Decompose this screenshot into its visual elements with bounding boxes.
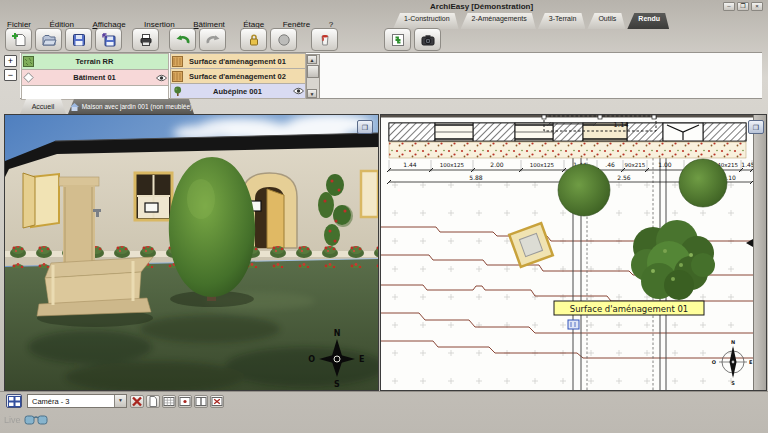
plan-wall[interactable] xyxy=(389,123,746,141)
print-button[interactable] xyxy=(132,28,159,51)
svg-text:1.44: 1.44 xyxy=(403,161,417,168)
render-camera-button[interactable] xyxy=(414,28,441,51)
window-open-left[interactable] xyxy=(23,173,59,228)
svg-text:.10: .10 xyxy=(726,174,736,181)
titlebar: ArchiEasy [Démonstration] – ❐ × xyxy=(0,0,768,13)
layer-label: Bâtiment 01 xyxy=(35,73,154,82)
tree-icon xyxy=(171,86,184,97)
surface-label[interactable]: Surface d'aménagement 01 xyxy=(554,301,704,315)
svg-text:S: S xyxy=(334,380,340,389)
plan-scrollbar[interactable] xyxy=(753,115,766,390)
viewpoint-button[interactable] xyxy=(178,395,192,408)
collapse-button[interactable]: − xyxy=(4,69,17,81)
svg-text:2.56: 2.56 xyxy=(617,174,631,181)
window-center[interactable] xyxy=(135,173,172,220)
maximize-pane-icon[interactable]: ❐ xyxy=(357,120,373,134)
open-button[interactable] xyxy=(35,28,62,51)
save-as-icon xyxy=(101,32,117,48)
viewport-3d[interactable]: N S O E ❐ xyxy=(4,114,379,391)
page-view-button[interactable] xyxy=(146,395,160,408)
svg-text:S: S xyxy=(731,380,735,386)
svg-text:N: N xyxy=(334,329,341,338)
menubar: Fichier Édition Affichage Insertion Bâti… xyxy=(0,13,768,27)
minimize-button[interactable]: – xyxy=(723,2,735,11)
x-box-icon xyxy=(211,396,223,407)
object-row-surface-02[interactable]: Surface d'aménagement 02 xyxy=(170,68,306,84)
maximize-plan-icon[interactable]: ❐ xyxy=(748,120,764,134)
layer-row-batiment[interactable]: Bâtiment 01 xyxy=(21,69,169,86)
window-sign xyxy=(145,203,158,212)
lock-icon xyxy=(246,32,262,48)
toolbar xyxy=(0,27,768,52)
window-right[interactable] xyxy=(361,171,378,217)
print-icon xyxy=(138,32,154,48)
undo-button[interactable] xyxy=(169,28,196,51)
layer-label: Terrain RR xyxy=(35,57,154,66)
split-vertical-button[interactable] xyxy=(194,395,208,408)
close-button[interactable]: × xyxy=(751,2,763,11)
watermark: Live xyxy=(4,414,48,426)
plan-view-button[interactable] xyxy=(384,28,411,51)
ribbon-tabs: 1-Construction 2-Aménagements 3-Terrain … xyxy=(393,13,671,27)
grid-view-button[interactable] xyxy=(162,395,176,408)
scroll-up-icon[interactable]: ▲ xyxy=(307,55,317,64)
visibility-eye-icon[interactable] xyxy=(291,87,305,95)
object-label: Surface d'aménagement 01 xyxy=(184,57,291,66)
save-as-button[interactable] xyxy=(95,28,122,51)
svg-text:E: E xyxy=(359,355,364,364)
open-folder-icon xyxy=(41,32,57,48)
close-view-button[interactable] xyxy=(130,395,144,408)
layers-panel: Terrain RR Bâtiment 01 Surface d'aménage… xyxy=(20,52,762,99)
camera-select[interactable]: Caméra - 3 ▼ xyxy=(27,394,127,408)
lock-button[interactable] xyxy=(240,28,267,51)
record-button[interactable] xyxy=(270,28,297,51)
svg-text:2.00: 2.00 xyxy=(490,161,504,168)
svg-text:5.88: 5.88 xyxy=(469,174,483,181)
close-all-button[interactable] xyxy=(210,395,224,408)
window-title: ArchiEasy [Démonstration] xyxy=(430,2,533,11)
plan-window[interactable] xyxy=(435,123,473,141)
plan-flower-bed[interactable] xyxy=(389,142,746,158)
circle-icon xyxy=(276,32,292,48)
split-vertical-icon xyxy=(195,396,207,407)
camera-icon xyxy=(420,32,436,48)
restore-button[interactable]: ❐ xyxy=(737,2,749,11)
save-button[interactable] xyxy=(65,28,92,51)
house-icon xyxy=(70,103,79,111)
paint-bucket-button[interactable] xyxy=(311,28,338,51)
svg-text:100x125: 100x125 xyxy=(530,162,555,168)
new-document-button[interactable] xyxy=(5,28,32,51)
tab-project[interactable]: Maison avec jardin 001 (non meublée) xyxy=(68,99,194,114)
visibility-eye-icon[interactable] xyxy=(154,74,168,82)
window-split-button[interactable] xyxy=(6,394,22,408)
object-label: Surface d'aménagement 02 xyxy=(184,72,291,81)
scroll-thumb[interactable] xyxy=(307,65,319,78)
svg-text:O: O xyxy=(308,355,315,364)
redo-icon xyxy=(205,32,221,48)
expand-button[interactable]: + xyxy=(4,55,17,67)
object-label: Aubépine 001 xyxy=(184,87,291,96)
plan-tree-2[interactable] xyxy=(679,159,727,207)
redo-button[interactable] xyxy=(199,28,226,51)
chevron-down-icon[interactable]: ▼ xyxy=(114,395,126,407)
camera-select-value: Caméra - 3 xyxy=(28,397,114,406)
surface-icon xyxy=(171,56,184,67)
new-document-icon xyxy=(11,32,27,48)
camera-marker[interactable] xyxy=(568,320,579,329)
objects-scrollbar[interactable]: ▲ ▼ xyxy=(306,54,320,99)
surface-icon xyxy=(171,71,184,82)
selected-dim-value: 1.14 xyxy=(613,121,629,129)
plan-door[interactable] xyxy=(663,123,703,141)
svg-text:90x215: 90x215 xyxy=(625,162,646,168)
viewport-plan[interactable]: 1.14 1.44 100x125 2.00 100x125 1.44 .46 … xyxy=(380,114,767,391)
tab-accueil[interactable]: Accueil xyxy=(20,99,66,114)
bottom-bar: Caméra - 3 ▼ xyxy=(0,391,768,411)
svg-text:100x125: 100x125 xyxy=(440,162,465,168)
plan-tree-1[interactable] xyxy=(558,164,610,216)
layer-row-terrain[interactable]: Terrain RR xyxy=(21,53,169,70)
svg-text:Surface d'aménagement 01: Surface d'aménagement 01 xyxy=(570,304,689,314)
paint-bucket-icon xyxy=(317,32,333,48)
watermark-text: Live xyxy=(4,415,21,425)
plan-drawing: 1.14 1.44 100x125 2.00 100x125 1.44 .46 … xyxy=(381,115,754,390)
object-row-surface-01[interactable]: Surface d'aménagement 01 xyxy=(170,53,306,69)
